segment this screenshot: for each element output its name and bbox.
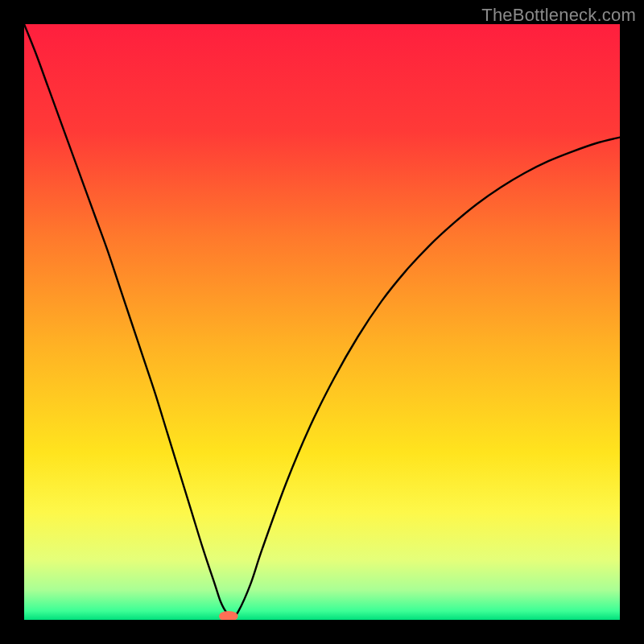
chart-background <box>24 24 620 620</box>
watermark-text: TheBottleneck.com <box>481 5 636 26</box>
chart-frame <box>24 24 620 620</box>
chart-svg <box>24 24 620 620</box>
